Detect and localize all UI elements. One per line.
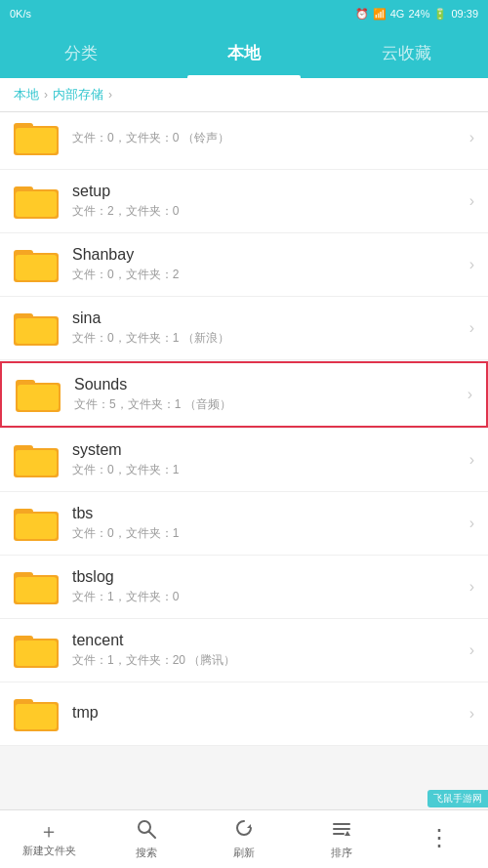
tab-cloud[interactable]: 云收藏 xyxy=(325,27,488,78)
plus-icon: ＋ xyxy=(39,821,59,841)
chevron-shanbay: › xyxy=(469,256,474,273)
sina-meta: 文件：0，文件夹：1 （新浪） xyxy=(72,330,462,347)
tbs-meta: 文件：0，文件夹：1 xyxy=(72,525,462,542)
tbs-name: tbs xyxy=(72,505,462,522)
nav-search-label: 搜索 xyxy=(136,846,157,860)
signal-icon: 4G xyxy=(390,8,405,20)
folder-icon-partial xyxy=(14,118,59,157)
chevron-sina: › xyxy=(469,319,474,337)
svg-rect-17 xyxy=(16,450,57,475)
search-icon xyxy=(136,818,157,843)
watermark: 飞鼠手游网 xyxy=(427,790,488,807)
chevron-setup: › xyxy=(469,192,474,210)
setup-meta: 文件：2，文件夹：0 xyxy=(72,203,462,220)
svg-rect-2 xyxy=(16,128,57,153)
sounds-name: Sounds xyxy=(74,376,460,393)
tbslog-meta: 文件：1，文件夹：0 xyxy=(72,589,462,605)
tencent-info: tencent 文件：1，文件夹：20 （腾讯） xyxy=(72,632,462,669)
file-list: 文件：0，文件夹：0 （铃声） › setup 文件：2，文件夹：0 › xyxy=(0,112,488,808)
svg-rect-23 xyxy=(16,577,57,602)
nav-refresh-label: 刷新 xyxy=(233,846,255,860)
tbs-info: tbs 文件：0，文件夹：1 xyxy=(72,505,462,542)
svg-rect-29 xyxy=(16,704,57,729)
chevron-system: › xyxy=(469,451,474,469)
shanbay-name: Shanbay xyxy=(72,246,462,264)
battery-percent: 24% xyxy=(408,8,429,20)
list-item[interactable]: tbs 文件：0，文件夹：1 › xyxy=(0,492,488,556)
partial-item-meta: 文件：0，文件夹：0 （铃声） xyxy=(72,130,462,146)
chevron-tbs: › xyxy=(469,515,474,532)
svg-rect-11 xyxy=(16,318,57,344)
partial-item-info: 文件：0，文件夹：0 （铃声） xyxy=(72,130,462,146)
nav-sort[interactable]: 排序 xyxy=(293,818,390,860)
list-item[interactable]: tmp › xyxy=(0,682,488,746)
list-item[interactable]: tbslog 文件：1，文件夹：0 › xyxy=(0,556,488,619)
partial-item: 文件：0，文件夹：0 （铃声） › xyxy=(0,112,488,170)
chevron-tbslog: › xyxy=(469,578,474,596)
breadcrumb-local[interactable]: 本地 xyxy=(14,86,39,103)
tbslog-name: tbslog xyxy=(72,568,462,586)
sounds-info: Sounds 文件：5，文件夹：1 （音频） xyxy=(74,376,460,413)
shanbay-info: Shanbay 文件：0，文件夹：2 xyxy=(72,246,462,283)
folder-icon-tbslog xyxy=(14,567,59,606)
svg-marker-32 xyxy=(247,824,251,828)
breadcrumb-sep-2: › xyxy=(108,88,112,102)
tab-category[interactable]: 分类 xyxy=(0,27,163,78)
tmp-name: tmp xyxy=(72,704,462,722)
list-item-sounds[interactable]: Sounds 文件：5，文件夹：1 （音频） › xyxy=(0,361,488,428)
folder-icon-system xyxy=(14,440,59,479)
sina-info: sina 文件：0，文件夹：1 （新浪） xyxy=(72,310,462,347)
tmp-info: tmp xyxy=(72,704,462,724)
sounds-meta: 文件：5，文件夹：1 （音频） xyxy=(74,396,460,413)
list-item[interactable]: Shanbay 文件：0，文件夹：2 › xyxy=(0,233,488,297)
time-display: 09:39 xyxy=(451,8,478,20)
list-item[interactable]: sina 文件：0，文件夹：1 （新浪） › xyxy=(0,297,488,360)
nav-new-folder[interactable]: ＋ 新建文件夹 xyxy=(0,821,98,858)
nav-search[interactable]: 搜索 xyxy=(98,818,195,860)
svg-rect-8 xyxy=(16,255,57,280)
top-tabs: 分类 本地 云收藏 xyxy=(0,27,488,78)
folder-icon-tmp xyxy=(14,694,59,733)
breadcrumb: 本地 › 内部存储 › xyxy=(0,78,488,112)
chevron-partial: › xyxy=(469,129,474,146)
svg-rect-20 xyxy=(16,514,57,539)
list-item[interactable]: system 文件：0，文件夹：1 › xyxy=(0,429,488,492)
tab-local[interactable]: 本地 xyxy=(163,27,326,78)
list-item[interactable]: tencent 文件：1，文件夹：20 （腾讯） › xyxy=(0,619,488,682)
folder-icon-tencent xyxy=(14,631,59,670)
svg-marker-36 xyxy=(345,831,350,836)
folder-icon-setup xyxy=(14,182,59,221)
shanbay-meta: 文件：0，文件夹：2 xyxy=(72,267,462,283)
wifi-icon: 📶 xyxy=(373,8,386,21)
chevron-tmp: › xyxy=(469,705,474,723)
chevron-tencent: › xyxy=(469,641,474,659)
folder-icon-sounds xyxy=(16,375,61,414)
setup-info: setup 文件：2，文件夹：0 xyxy=(72,183,462,220)
chevron-sounds: › xyxy=(468,386,472,403)
breadcrumb-internal-storage[interactable]: 内部存储 xyxy=(53,86,103,103)
svg-line-31 xyxy=(149,832,156,839)
refresh-icon xyxy=(233,818,255,843)
svg-rect-26 xyxy=(16,641,57,666)
tbslog-info: tbslog 文件：1，文件夹：0 xyxy=(72,568,462,605)
setup-name: setup xyxy=(72,183,462,200)
status-speed: 0K/s xyxy=(10,8,31,20)
folder-icon-tbs xyxy=(14,504,59,543)
clock-icon: ⏰ xyxy=(355,8,369,21)
status-bar: 0K/s ⏰ 📶 4G 24% 🔋 09:39 xyxy=(0,0,488,27)
bottom-nav: ＋ 新建文件夹 搜索 刷新 排序 xyxy=(0,809,488,868)
nav-sort-label: 排序 xyxy=(331,846,352,860)
svg-rect-5 xyxy=(16,191,57,217)
nav-refresh[interactable]: 刷新 xyxy=(195,818,293,860)
sina-name: sina xyxy=(72,310,462,327)
folder-icon-sina xyxy=(14,309,59,348)
status-icons: ⏰ 📶 4G 24% 🔋 09:39 xyxy=(355,8,478,21)
list-item[interactable]: setup 文件：2，文件夹：0 › xyxy=(0,170,488,233)
folder-icon-shanbay xyxy=(14,245,59,284)
nav-new-folder-label: 新建文件夹 xyxy=(22,844,76,858)
svg-rect-14 xyxy=(18,385,59,410)
watermark-text: 飞鼠手游网 xyxy=(427,790,488,807)
nav-more[interactable]: ⋮ xyxy=(390,826,488,852)
sort-icon xyxy=(331,818,352,843)
tencent-meta: 文件：1，文件夹：20 （腾讯） xyxy=(72,652,462,669)
